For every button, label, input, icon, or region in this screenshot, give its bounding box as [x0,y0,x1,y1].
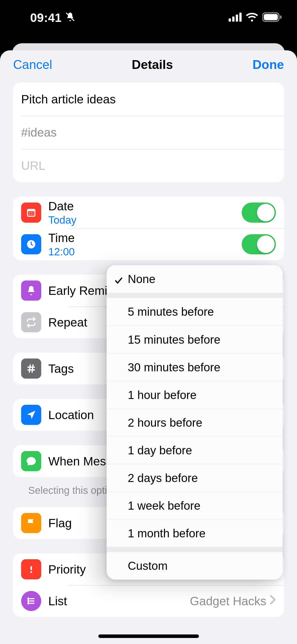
svg-rect-3 [239,13,242,22]
menu-option-label: Custom [128,559,167,573]
svg-point-11 [33,212,34,213]
time-value[interactable]: 12:00 [48,246,235,258]
svg-point-13 [31,214,32,215]
menu-option-label: 2 days before [128,471,198,485]
menu-option-label: 1 month before [128,527,205,540]
notes-field[interactable]: #ideas [13,116,284,149]
list-label: List [48,594,183,608]
menu-option-label: 30 minutes before [128,360,220,374]
url-placeholder: URL [21,159,45,173]
home-indicator[interactable] [98,634,199,638]
svg-point-14 [33,214,34,215]
page-title: Details [132,57,173,72]
svg-rect-16 [30,566,32,570]
svg-rect-0 [229,18,231,22]
menu-option-label: 5 minutes before [128,305,214,318]
navbar: Cancel Details Done [0,50,297,83]
early-reminder-menu: None 5 minutes before15 minutes before30… [107,265,283,580]
cancel-button[interactable]: Cancel [13,57,52,72]
list-row[interactable]: List Gadget Hacks [13,585,284,617]
menu-option[interactable]: 1 hour before [107,381,283,409]
status-time: 09:41 [30,11,62,25]
menu-option[interactable]: None [107,265,283,293]
title-field[interactable]: Pitch article ideas [13,83,284,116]
menu-option-label: 15 minutes before [128,333,220,346]
flag-icon [21,513,41,533]
bell-slash-icon [65,11,75,25]
list-icon [21,591,41,611]
menu-option-label: 1 day before [128,444,192,457]
svg-point-17 [30,571,32,573]
date-label: Date [48,199,235,213]
menu-option-label: 2 hours before [128,416,202,429]
menu-option[interactable]: Custom [107,552,283,580]
menu-option[interactable]: 30 minutes before [107,353,283,381]
svg-rect-2 [236,15,238,22]
menu-option-label: 1 week before [128,499,200,512]
menu-option[interactable]: 15 minutes before [107,326,283,353]
location-icon [21,405,41,425]
date-row[interactable]: Date Today [13,197,284,228]
menu-option[interactable]: 1 month before [107,519,283,547]
list-value: Gadget Hacks [190,594,266,608]
url-field[interactable]: URL [13,149,284,182]
svg-point-18 [28,598,29,599]
done-button[interactable]: Done [252,57,284,72]
title-text: Pitch article ideas [21,92,116,106]
hash-icon [21,358,41,379]
chevron-right-icon [269,594,276,608]
menu-option[interactable]: 2 hours before [107,409,283,436]
battery-icon [262,12,282,23]
svg-point-12 [29,214,30,215]
date-value[interactable]: Today [48,214,235,226]
menu-option-label: None [128,272,155,286]
time-label: Time [48,231,235,245]
status-bar: 09:41 [0,0,297,40]
menu-separator [107,293,283,298]
repeat-icon [21,312,41,332]
priority-icon [21,559,41,579]
svg-rect-6 [280,16,282,19]
bell-icon [21,280,41,301]
menu-option[interactable]: 2 days before [107,464,283,492]
svg-point-19 [28,600,29,602]
menu-option[interactable]: 1 day before [107,436,283,464]
time-row[interactable]: Time 12:00 [13,228,284,260]
notes-text: #ideas [21,126,57,139]
datetime-group: Date Today Time 12:00 [13,197,284,260]
menu-option[interactable]: 5 minutes before [107,298,283,326]
svg-rect-5 [264,14,278,20]
clock-icon [21,234,41,254]
svg-rect-1 [232,16,234,22]
menu-separator [107,547,283,552]
message-icon [21,451,41,471]
calendar-icon [21,203,41,223]
wifi-icon [246,12,258,23]
title-group: Pitch article ideas #ideas URL [13,83,284,182]
svg-point-20 [28,603,29,604]
svg-point-10 [31,212,32,213]
svg-point-9 [29,212,30,213]
svg-rect-8 [28,211,34,216]
date-toggle[interactable] [242,203,276,223]
cellular-icon [229,13,242,23]
time-toggle[interactable] [242,234,276,254]
menu-option-label: 1 hour before [128,388,197,402]
check-icon [114,274,123,284]
menu-option[interactable]: 1 week before [107,492,283,519]
